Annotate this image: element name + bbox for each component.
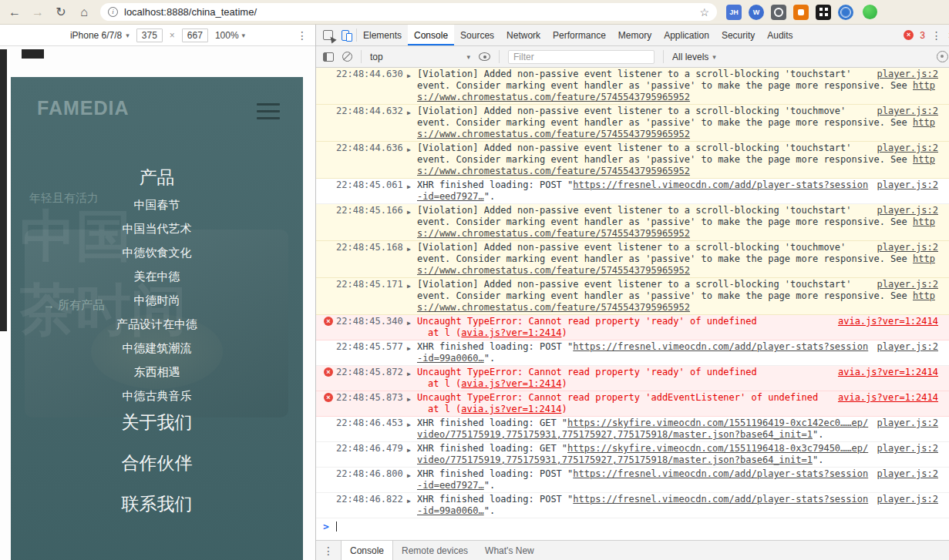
expand-message-icon[interactable]: ▶ — [407, 443, 417, 456]
tab-audits[interactable]: Audits — [761, 25, 799, 45]
menu-item-[interactable]: 中德饮食文化 — [123, 246, 192, 258]
address-bar[interactable]: i localhost:8888/china_teatime/ ☆ — [100, 3, 717, 21]
expand-message-icon[interactable]: ▶ — [407, 417, 417, 431]
message-source-link[interactable]: player.js:2 — [877, 69, 938, 80]
menu-section-title[interactable]: 产品 — [140, 168, 175, 186]
zoom-select[interactable]: 100% ▾ — [215, 30, 245, 41]
expand-message-icon[interactable]: ▶ — [407, 106, 417, 119]
message-source-link[interactable]: player.js:2 — [877, 494, 938, 505]
back-button[interactable]: ← — [8, 5, 22, 19]
extension-orange-icon[interactable] — [793, 5, 809, 20]
menu-item-[interactable]: 产品设计在中德 — [116, 318, 197, 330]
tab-memory[interactable]: Memory — [612, 25, 658, 45]
message-source-link[interactable]: avia.js?ver=1:2414 — [838, 392, 938, 404]
extension-qr-icon[interactable] — [816, 5, 831, 20]
message-text: Uncaught TypeError: Cannot read property… — [417, 367, 757, 377]
expand-message-icon[interactable]: ▶ — [407, 279, 417, 292]
drawer-tab-console[interactable]: Console — [341, 541, 393, 560]
execution-context-select[interactable]: top ▾ — [370, 52, 470, 62]
extension-gear-icon[interactable] — [771, 5, 786, 20]
expand-message-icon[interactable]: ▶ — [407, 392, 417, 405]
profile-avatar[interactable] — [863, 5, 877, 19]
toggle-device-toolbar-icon[interactable] — [342, 30, 349, 41]
expand-message-icon[interactable]: ▶ — [407, 367, 417, 380]
device-toolbar: iPhone 6/7/8 ▾ 375 × 667 100% ▾ ⋮ — [0, 25, 315, 46]
message-source-link[interactable]: player.js:2 — [877, 417, 938, 429]
console-filter-input[interactable] — [508, 50, 655, 64]
dimension-separator: × — [170, 30, 175, 41]
tab-security[interactable]: Security — [715, 25, 761, 45]
console-prompt[interactable]: > — [316, 518, 949, 534]
menu-item-[interactable]: 中国春节 — [134, 199, 180, 210]
expand-message-icon[interactable]: ▶ — [407, 468, 417, 481]
extension-globe-icon[interactable] — [838, 5, 853, 20]
message-source-link[interactable]: player.js:2 — [877, 242, 938, 253]
clear-console-icon[interactable] — [342, 52, 352, 62]
expand-message-icon[interactable]: ▶ — [407, 69, 417, 82]
devtools-menu-icon[interactable]: ⋮ — [931, 29, 942, 42]
bookmark-star-icon[interactable]: ☆ — [699, 6, 709, 18]
menu-item-[interactable]: 东西相遇 — [134, 366, 180, 377]
error-badge-icon[interactable]: × — [904, 30, 914, 40]
device-select[interactable]: iPhone 6/7/8 ▾ — [70, 30, 130, 41]
menu-item-[interactable]: 中德时尚 — [134, 294, 180, 306]
message-source-link[interactable]: player.js:2 — [877, 468, 938, 480]
device-width-field[interactable]: 375 — [136, 29, 163, 42]
separator — [361, 50, 362, 63]
message-source-link[interactable]: avia.js?ver=1:2414 — [838, 367, 938, 378]
menu-item-[interactable]: 合作伙伴 — [122, 454, 193, 472]
expand-message-icon[interactable]: ▶ — [407, 316, 417, 329]
menu-item-[interactable]: 关于我们 — [122, 414, 193, 431]
console-settings-gear-icon[interactable] — [937, 51, 948, 62]
tab-network[interactable]: Network — [500, 25, 547, 45]
page-info-icon[interactable]: i — [108, 7, 118, 17]
tab-application[interactable]: Application — [658, 25, 715, 45]
device-viewport-area: 中国 茶时间 FAMEDIA 年轻且有活力 → 所有产品 产品 中国春节中国当代… — [0, 46, 315, 560]
message-source-link[interactable]: player.js:2 — [877, 179, 938, 191]
site-logo[interactable]: FAMEDIA — [37, 97, 130, 119]
menu-item-[interactable]: 中德建筑潮流 — [123, 342, 192, 354]
menu-item-[interactable]: 中国当代艺术 — [123, 223, 192, 234]
drawer-menu-icon[interactable]: ⋮ — [316, 541, 341, 560]
message-source-link[interactable]: player.js:2 — [877, 205, 938, 216]
home-button[interactable]: ⌂ — [77, 5, 91, 19]
message-source-link[interactable]: player.js:2 — [877, 443, 938, 454]
device-height-field[interactable]: 667 — [182, 29, 208, 42]
message-source-link[interactable]: player.js:2 — [877, 341, 938, 353]
inspect-element-icon[interactable] — [323, 30, 333, 40]
message-link[interactable]: avia.js?ver=1:2414 — [461, 378, 561, 389]
hamburger-menu-icon[interactable] — [257, 103, 280, 119]
message-link[interactable]: avia.js?ver=1:2414 — [461, 404, 561, 414]
extension-wiki-icon[interactable]: W — [749, 5, 764, 20]
url-text[interactable]: localhost:8888/china_teatime/ — [124, 6, 693, 18]
menu-item-[interactable]: 联系我们 — [122, 495, 193, 513]
message-text: ) — [561, 327, 567, 338]
reload-button[interactable]: ↻ — [54, 5, 68, 19]
message-link[interactable]: avia.js?ver=1:2414 — [461, 327, 561, 338]
message-source-link[interactable]: player.js:2 — [877, 106, 938, 117]
tab-console[interactable]: Console — [408, 25, 454, 45]
tab-sources[interactable]: Sources — [454, 25, 500, 45]
forward-button[interactable]: → — [31, 5, 45, 19]
drawer-tab-remote-devices[interactable]: Remote devices — [393, 541, 476, 560]
menu-item-[interactable]: 中德古典音乐 — [123, 390, 192, 401]
message-source-link[interactable]: player.js:2 — [877, 143, 938, 154]
menu-item-[interactable]: 美在中德 — [134, 270, 180, 282]
console-sidebar-icon[interactable] — [323, 52, 334, 62]
message-text: ". — [813, 454, 823, 465]
drawer-tab-what-s-new[interactable]: What's New — [476, 541, 543, 560]
expand-message-icon[interactable]: ▶ — [407, 143, 417, 156]
expand-message-icon[interactable]: ▶ — [407, 179, 417, 193]
expand-message-icon[interactable]: ▶ — [407, 205, 417, 218]
device-toolbar-menu-icon[interactable]: ⋮ — [297, 29, 308, 42]
extension-jh-icon[interactable]: JH — [726, 5, 742, 20]
expand-message-icon[interactable]: ▶ — [407, 494, 417, 507]
live-expression-eye-icon[interactable] — [479, 52, 490, 61]
tab-performance[interactable]: Performance — [547, 25, 612, 45]
tab-elements[interactable]: Elements — [357, 25, 408, 45]
message-source-link[interactable]: avia.js?ver=1:2414 — [838, 316, 938, 327]
log-levels-select[interactable]: All levels ▾ — [672, 52, 716, 62]
expand-message-icon[interactable]: ▶ — [407, 341, 417, 354]
expand-message-icon[interactable]: ▶ — [407, 242, 417, 255]
message-source-link[interactable]: player.js:2 — [877, 279, 938, 290]
